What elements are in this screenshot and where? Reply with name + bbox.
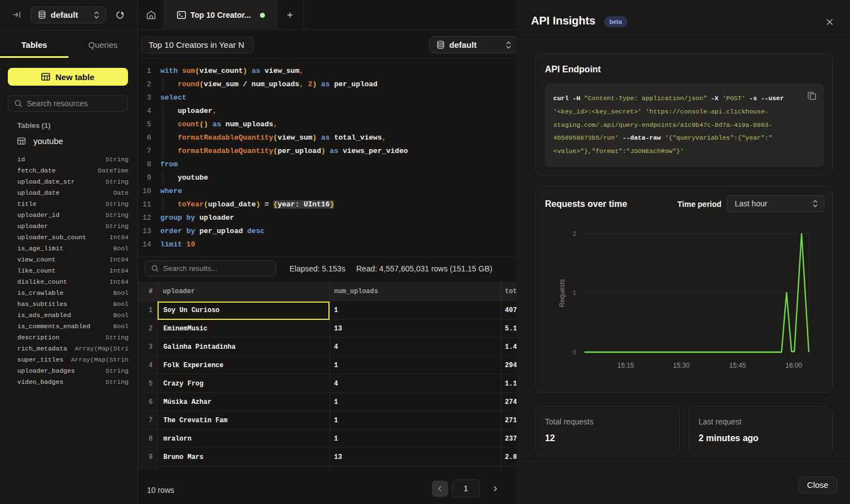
- svg-text:0: 0: [573, 349, 576, 355]
- svg-text:1: 1: [573, 289, 576, 296]
- svg-text:15:45: 15:45: [729, 362, 746, 369]
- svg-text:15:30: 15:30: [673, 362, 690, 369]
- svg-text:16:00: 16:00: [785, 362, 802, 369]
- svg-text:Requests: Requests: [558, 279, 566, 308]
- svg-text:15:15: 15:15: [617, 362, 634, 369]
- svg-text:2: 2: [573, 230, 576, 237]
